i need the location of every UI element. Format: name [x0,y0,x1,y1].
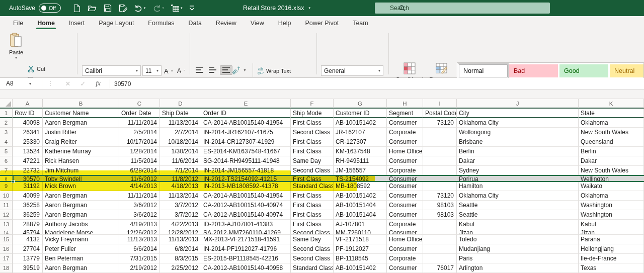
cell-J10[interactable]: Oklahoma City [457,191,579,201]
row-header-6[interactable]: 6 [0,156,13,166]
cell-J2[interactable]: Oklahoma City [457,118,579,128]
cell-G11[interactable]: AB-100151404 [334,201,387,210]
cell-A10[interactable]: 40099 [13,191,43,201]
cell-J17[interactable]: Paris [457,254,579,263]
cell-A18[interactable]: 39519 [13,263,43,273]
cell-H8[interactable]: Consumer [387,175,423,181]
cell-D16[interactable]: 6/8/2014 [160,244,201,254]
name-box-dropdown-arrow[interactable]: ▾ [29,81,31,86]
col-header-G[interactable]: G [334,99,387,109]
cell-H4[interactable]: Consumer [387,137,423,147]
cell-H15[interactable]: Home Office [387,235,423,244]
title-dropdown-arrow[interactable]: ▾ [309,6,311,10]
font-size-dropdown-arrow[interactable]: ▾ [156,68,158,73]
cell-F4[interactable]: First Class [291,137,334,147]
undo-button[interactable]: ▾ [133,2,147,14]
cell-D8[interactable]: 11/8/2012 [160,175,201,181]
cell-J3[interactable]: Wollongong [457,128,579,137]
cell-B4[interactable]: Craig Reiter [43,137,119,147]
cell-B10[interactable]: Aaron Bergman [43,191,119,201]
font-name-combo[interactable]: Calibri ▾ [82,65,141,76]
cell-I14[interactable] [423,229,457,235]
paste-dropdown-arrow[interactable]: ▾ [15,55,17,60]
cell-F17[interactable]: Second Class [291,254,334,263]
cell-A17[interactable]: 13779 [13,254,43,263]
cell-K16[interactable]: Heilongjiang [579,244,644,254]
cell-F5[interactable]: First Class [291,147,334,156]
row-header-7[interactable]: 7 [0,166,13,175]
col-header-C[interactable]: C [119,99,160,109]
select-all-button[interactable] [0,99,13,109]
cell-D12[interactable]: 3/7/2012 [160,210,201,220]
cell-D18[interactable]: 2/25/2012 [160,263,201,273]
cell-C5[interactable]: 1/28/2014 [119,147,160,156]
cell-B15[interactable]: Vicky Freymann [43,235,119,244]
cell-E15[interactable]: MX-2013-VF2171518-41591 [201,235,291,244]
cell-G13[interactable]: AJ-107801 [334,220,387,229]
tab-data[interactable]: Data [181,16,208,30]
cell-K18[interactable]: Texas [579,263,644,273]
cell-G6[interactable]: RH-9495111 [334,156,387,166]
cell-J11[interactable]: Seattle [457,201,579,210]
cell-D11[interactable]: 3/7/2012 [160,201,201,210]
row-header-3[interactable]: 3 [0,128,13,137]
cell-J12[interactable]: Seattle [457,210,579,220]
font-name-dropdown-arrow[interactable]: ▾ [136,68,138,73]
cell-G8[interactable]: TS-2154092 [334,175,387,181]
cell-F14[interactable]: Second Class [291,229,334,235]
cell-C2[interactable]: 11/11/2014 [119,118,160,128]
autosave-toggle[interactable]: AutoSave Off [9,4,61,13]
cell-D3[interactable]: 2/7/2014 [160,128,201,137]
tab-insert[interactable]: Insert [62,16,92,30]
cell-E17[interactable]: ES-2015-BP1118545-42216 [201,254,291,263]
row-header-16[interactable]: 16 [0,244,13,254]
row-header-14[interactable]: 14 [0,229,13,235]
cell-H13[interactable]: Corporate [387,220,423,229]
tab-home[interactable]: Home [30,16,62,30]
cell-J13[interactable]: Kabul [457,220,579,229]
cell-K8[interactable]: Wellington [579,175,644,181]
style-chip-good[interactable]: Good [559,64,608,77]
cell-G12[interactable]: AB-100151404 [334,210,387,220]
cell-H18[interactable]: Consumer [387,263,423,273]
cell-H16[interactable]: Consumer [387,244,423,254]
cell-K12[interactable]: Washington [579,210,644,220]
cell-H10[interactable]: Consumer [387,191,423,201]
cell-A6[interactable]: 47221 [13,156,43,166]
top-align-button[interactable] [194,66,205,74]
cell-D15[interactable]: 11/13/2013 [160,235,201,244]
tab-file[interactable]: File [6,16,30,30]
cell-D9[interactable]: 4/18/2013 [160,181,201,191]
col-header-I[interactable]: I [423,99,457,109]
decrease-font-button[interactable]: Aˇ [177,65,185,76]
cell-E8[interactable]: IN-2012-TS2154092-41215 [201,175,291,181]
row-header-12[interactable]: 12 [0,210,13,220]
orientation-dropdown-arrow[interactable]: ▾ [244,68,246,72]
cell-G1[interactable]: Customer ID [334,109,387,118]
cut-button[interactable]: Cut [28,63,45,74]
col-header-K[interactable]: K [579,99,644,109]
cell-I1[interactable]: Postal Code [423,109,457,118]
cell-K10[interactable]: Oklahoma [579,191,644,201]
cell-C18[interactable]: 2/19/2012 [119,263,160,273]
cell-B1[interactable]: Customer Name [43,109,119,118]
cell-C7[interactable]: 6/28/2014 [119,166,160,175]
cell-K2[interactable]: Oklahoma [579,118,644,128]
font-size-combo[interactable]: 11 ▾ [142,65,162,76]
cell-C11[interactable]: 3/6/2012 [119,201,160,210]
cell-A1[interactable]: Row ID [13,109,43,118]
cell-J16[interactable]: Mudanjiang [457,244,579,254]
cell-G5[interactable]: KM-1637548 [334,147,387,156]
cell-A8[interactable]: 30570 [13,175,43,181]
row-header-9[interactable]: 9 [0,181,13,191]
cell-K7[interactable]: New South Wales [579,166,644,175]
cell-K1[interactable]: State [579,109,644,118]
cell-B18[interactable]: Aaron Bergman [43,263,119,273]
save-button[interactable] [103,2,113,14]
cell-J14[interactable]: Jizan [457,229,579,235]
col-header-A[interactable]: A [13,99,43,109]
cell-I11[interactable]: 98103 [423,201,457,210]
cell-A7[interactable]: 22732 [13,166,43,175]
cell-F3[interactable]: Second Class [291,128,334,137]
cell-F1[interactable]: Ship Mode [291,109,334,118]
